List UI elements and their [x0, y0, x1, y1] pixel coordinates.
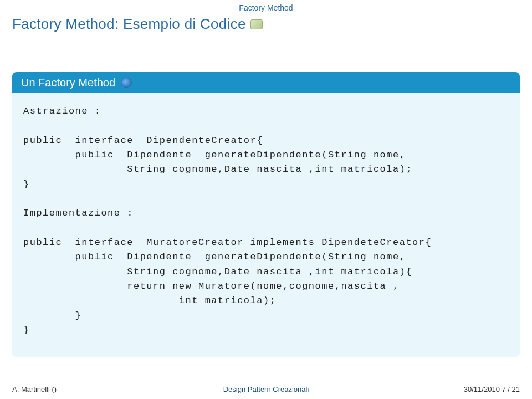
footer: A. Martinelli () Design Pattern Creazion… — [12, 385, 520, 393]
code-listing: Astrazione : public interface Dipendente… — [23, 104, 509, 338]
copyright-icon — [121, 78, 132, 88]
block-header-text: Un Factory Method — [21, 76, 115, 89]
frog-icon — [250, 19, 263, 29]
footer-author: A. Martinelli () — [12, 385, 57, 393]
slide-title-text: Factory Method: Esempio di Codice — [12, 16, 246, 33]
block-header: Un Factory Method — [12, 72, 520, 93]
section-label: Factory Method — [239, 3, 293, 12]
footer-page: 30/11/2010 7 / 21 — [464, 385, 520, 393]
slide-title: Factory Method: Esempio di Codice — [12, 16, 263, 33]
block-body: Astrazione : public interface Dipendente… — [12, 93, 520, 357]
footer-title: Design Pattern Creazionali — [223, 385, 309, 393]
